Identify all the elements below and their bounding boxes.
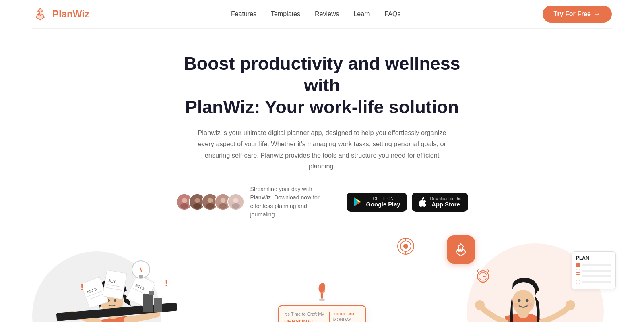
try-for-free-button[interactable]: Try For Free → xyxy=(543,6,612,23)
svg-text:W: W xyxy=(38,12,42,17)
nav-features[interactable]: Features xyxy=(231,10,256,17)
svg-point-11 xyxy=(221,198,226,203)
target-float-icon xyxy=(397,237,415,257)
svg-point-14 xyxy=(233,198,239,203)
journal-card-title: It's Time to Craft My xyxy=(284,312,326,316)
social-proof-text: Streamline your day with PlanWiz. Downlo… xyxy=(250,185,330,219)
nav-faqs[interactable]: FAQs xyxy=(384,10,400,17)
plan-line xyxy=(576,280,611,284)
nav-reviews[interactable]: Reviews xyxy=(315,10,339,17)
svg-point-2 xyxy=(182,198,187,203)
app-store-name: App Store xyxy=(430,201,462,208)
svg-text:!: ! xyxy=(165,279,167,287)
svg-point-3 xyxy=(181,203,189,209)
svg-point-8 xyxy=(208,198,213,203)
nav-learn[interactable]: Learn xyxy=(353,10,370,17)
svg-rect-40 xyxy=(149,291,154,295)
svg-point-56 xyxy=(526,299,529,302)
todo-list: TO DO LIST MONDAY TUESDAY WEDNESDAY THUR… xyxy=(329,312,360,322)
google-play-button[interactable]: GET IT ON Google Play xyxy=(347,193,407,212)
avatar-group xyxy=(176,193,244,210)
svg-text:!: ! xyxy=(80,282,83,292)
journal-card: It's Time to Craft My PERSONAL JOURNAL T… xyxy=(278,305,366,322)
apple-icon xyxy=(418,197,427,207)
hero-description: Planwiz is your ultimate digital planner… xyxy=(197,127,447,172)
planwiz-app-badge: W xyxy=(447,235,475,264)
hero-headline: Boost productivity and wellness with Pla… xyxy=(165,53,479,118)
app-store-button[interactable]: Download on the App Store xyxy=(412,193,468,212)
google-play-name: Google Play xyxy=(366,201,400,208)
svg-rect-38 xyxy=(143,294,153,312)
plan-line xyxy=(576,263,611,267)
svg-point-62 xyxy=(403,244,408,249)
svg-point-6 xyxy=(194,203,202,209)
alarm-float-icon xyxy=(475,268,491,285)
plant-icon xyxy=(314,276,330,301)
svg-rect-44 xyxy=(319,299,325,301)
svg-point-55 xyxy=(518,299,521,302)
svg-point-22 xyxy=(114,299,116,302)
navbar: W PlanWiz Features Templates Reviews Lea… xyxy=(0,0,644,28)
before-illustration: BILLS BUY BILLS ! ! xyxy=(24,231,209,322)
social-proof-row: Streamline your day with PlanWiz. Downlo… xyxy=(16,185,628,219)
planwiz-badge-icon: W xyxy=(452,241,470,258)
store-buttons: GET IT ON Google Play Download on the Ap… xyxy=(347,193,468,212)
svg-point-57 xyxy=(514,303,520,307)
hero-illustrations: BILLS BUY BILLS ! ! xyxy=(0,227,644,322)
svg-rect-28 xyxy=(103,270,127,299)
svg-point-58 xyxy=(526,303,533,307)
svg-point-43 xyxy=(318,282,326,293)
brand-name: PlanWiz xyxy=(52,8,89,20)
google-play-sub: GET IT ON xyxy=(366,197,400,201)
svg-text:W: W xyxy=(458,247,463,253)
svg-point-15 xyxy=(232,203,240,209)
logo-icon: W xyxy=(32,6,48,22)
brand-logo[interactable]: W PlanWiz xyxy=(32,6,89,22)
plan-notepad: PLAN xyxy=(572,251,616,289)
nav-templates[interactable]: Templates xyxy=(271,10,300,17)
svg-point-5 xyxy=(195,198,200,203)
app-store-sub: Download on the xyxy=(430,197,462,201)
plan-line xyxy=(576,269,611,273)
svg-point-12 xyxy=(219,203,227,209)
avatar xyxy=(227,193,244,210)
plan-line xyxy=(576,274,611,278)
hero-section: Boost productivity and wellness with Pla… xyxy=(0,29,644,219)
svg-point-9 xyxy=(206,203,215,209)
svg-point-52 xyxy=(512,290,535,314)
nav-links: Features Templates Reviews Learn FAQs xyxy=(231,10,400,18)
svg-rect-39 xyxy=(154,298,162,312)
google-play-icon xyxy=(353,197,363,207)
journal-heading-line1: PERSONAL xyxy=(284,318,326,322)
